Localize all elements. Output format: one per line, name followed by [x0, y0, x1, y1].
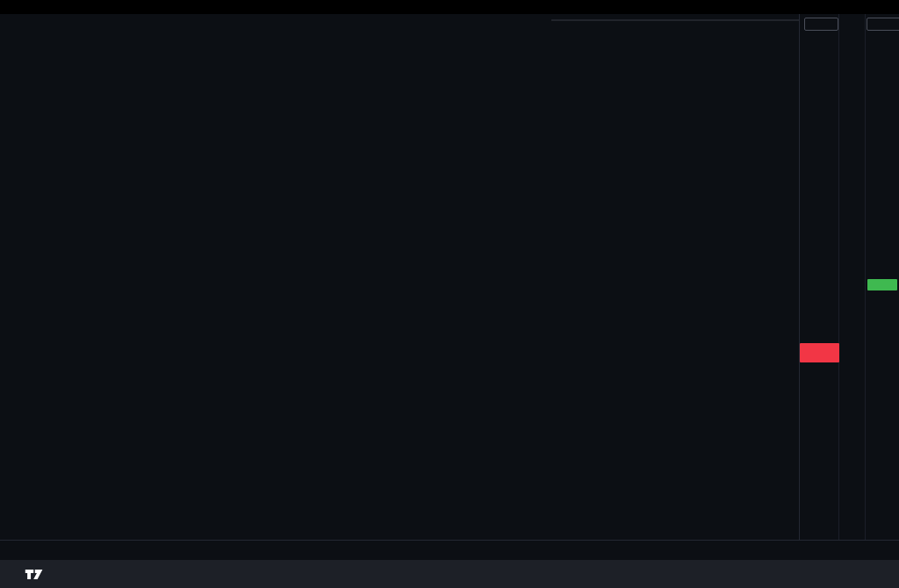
tradingview-window — [0, 0, 899, 588]
last-price-tag — [800, 343, 839, 362]
price-axis-border — [799, 14, 800, 560]
altcoin-scorecard-table — [551, 19, 799, 21]
price-chart-canvas[interactable] — [0, 0, 799, 540]
axis-divider-ab — [838, 14, 839, 560]
axis-divider-bc — [865, 14, 866, 560]
score-value-tag — [867, 279, 897, 290]
currency-button-left[interactable] — [804, 18, 838, 31]
tradingview-logo-icon — [25, 567, 44, 582]
tradingview-logo[interactable] — [25, 567, 49, 582]
bottom-toolbar — [0, 560, 899, 588]
snapshot-title-bar — [0, 0, 899, 14]
currency-button-right[interactable] — [867, 18, 899, 31]
time-axis[interactable] — [0, 540, 899, 561]
